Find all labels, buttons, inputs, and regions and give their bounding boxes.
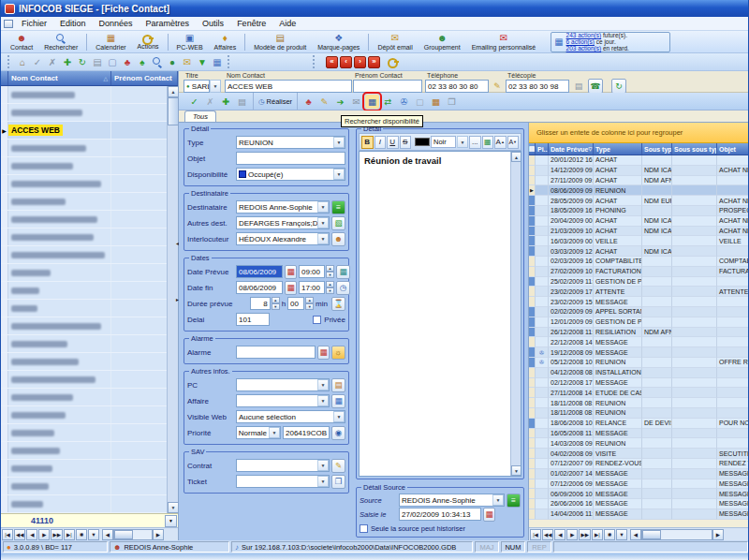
next-fast-button[interactable]: ▶▶ [579,529,590,540]
refresh-button[interactable]: ✱ [76,529,87,540]
history-row[interactable]: 25/02/2009 11:15GESTION DE PRO. [529,277,749,287]
contact-row[interactable] [1,300,168,317]
contact-row[interactable] [1,460,168,478]
menu-donnees[interactable]: Données [93,18,140,29]
contact-card-icon[interactable]: ≡ [331,200,345,214]
priorite-select[interactable]: Normale▼ [236,426,281,439]
mail-icon[interactable]: ✉ [180,54,195,69]
contact-row[interactable] [1,478,168,495]
scroll-right-icon[interactable]: ▶ [153,529,164,540]
telephone-field[interactable]: 02 33 80 30 80 [425,80,489,93]
history-row[interactable]: 04/02/2008 09:00VISITESECUTITE D [529,449,749,459]
time-spinner[interactable]: ▲▼ [326,281,334,294]
contact-row[interactable] [1,495,168,513]
history-row[interactable]: 18/11/2008 08:30REUNION [529,408,749,419]
next-button[interactable]: ▶ [38,529,50,540]
history-row-selected[interactable]: ▶08/06/2009 09:00REUNION [529,185,749,196]
history-row[interactable]: 18/06/2008 10:47RELANCEDE DEVISPOUR NOU [529,419,749,429]
fax-icon[interactable]: ▤ [572,80,585,93]
nom-contact-column-header[interactable]: Nom Contact△ [8,71,111,85]
scroll-down-icon[interactable]: ▼ [168,502,178,513]
objet-field[interactable] [236,152,345,165]
contact-row[interactable] [1,335,168,353]
tab-tous[interactable]: Tous [184,111,216,122]
color-dropdown-icon[interactable]: ▼ [457,136,468,148]
toolbar-groupement-button[interactable]: ☻Groupement [419,32,466,52]
contact-row[interactable] [1,211,168,228]
toolbar-contact-button[interactable]: ☻Contact [5,32,38,52]
scroll-thumb[interactable] [168,97,178,125]
titre-select[interactable]: ● SARL [184,80,210,93]
menu-outils[interactable]: Outils [196,18,230,29]
contact-row[interactable] [1,193,168,211]
first-button[interactable]: |◀ [2,529,13,540]
toolbar-rechercher-button[interactable]: Rechercher [38,32,83,52]
toolbar-calendrier-button[interactable]: ▦Calendrier [90,32,131,52]
italic-button[interactable]: I [374,136,387,149]
date-fin-field[interactable]: 08/06/2009 [236,281,283,294]
privee-checkbox[interactable] [313,316,321,324]
nom-contact-field[interactable]: ACCES WEB [225,80,352,93]
type-column-header[interactable]: Type [594,143,642,155]
ticket-flag-icon[interactable]: ❒ [331,475,345,489]
contact-row[interactable] [1,317,168,335]
toolbar-actions-button[interactable]: Actions [132,32,165,52]
print-icon[interactable]: ▤ [90,54,105,69]
history-row[interactable]: 07/12/2006 09:48MESSAGEMESSAGE [529,479,749,490]
history-row[interactable]: 23/02/2009 17:15ATTENTEATTENTE [529,287,749,297]
menu-aide[interactable]: Aide [272,18,302,29]
history-row[interactable]: 02/02/2009 09:52APPEL SORTANT [529,307,749,317]
history-row[interactable]: 16/05/2008 11:59MESSAGE [529,429,749,439]
disponibilite-select[interactable]: Occupé(e)▼ [236,168,345,181]
font-smaller-button[interactable]: A▼ [507,136,520,149]
next-button[interactable]: ▶ [566,529,578,540]
call-phone-button[interactable]: ☎ [588,79,603,94]
pen-icon[interactable]: ✎ [331,459,345,473]
history-row[interactable]: 03/03/2009 12:06ACHATNDM ICANN [529,246,749,257]
code-field[interactable]: 206419COB [283,426,330,439]
history-row[interactable]: 16/03/2009 00:00VEILLEVEILLE [529,236,749,246]
menu-fichier[interactable]: Fichier [15,18,53,29]
scroll-left-icon[interactable]: ◀ [102,529,113,540]
print-icon[interactable]: ▤ [235,95,249,109]
affaire-chart-icon[interactable]: ▦ [331,394,345,408]
future-actions-link[interactable]: 243 action(s) [566,32,602,38]
copy-icon[interactable]: ❒ [445,95,459,109]
history-row[interactable]: 01/02/2007 14:00MESSAGEMESSAGE [529,469,749,479]
visible-web-select[interactable]: Aucune sélection▼ [236,410,345,423]
web-icon[interactable]: ● [165,54,180,69]
key-icon[interactable] [388,58,399,66]
history-row[interactable]: 18/05/2009 16:29PHONINGPROSPECT [529,206,749,216]
add-icon[interactable]: ✚ [60,54,75,69]
group-by-banner[interactable]: Glisser un entete de colonne ici pour re… [529,123,749,143]
add-destinataire-icon[interactable]: ▧ [331,216,345,230]
prenom-contact-field[interactable] [353,80,422,93]
table-icon[interactable]: ▦ [429,95,443,109]
switch-contact-icon[interactable]: ⇄ [381,95,395,109]
source-card-icon[interactable]: ≡ [507,494,521,508]
history-row[interactable]: 26/12/2008 11:04RESILIATIONNDM AFNIC [529,328,749,338]
prev-fast-button[interactable]: ◀◀ [14,529,25,540]
scroll-left-icon[interactable]: ◀ [630,529,641,540]
refresh-icon[interactable]: ↻ [75,54,90,69]
dropdown-icon[interactable]: ▼ [317,379,329,391]
calendar-icon[interactable]: ▦ [317,346,330,360]
search-icon[interactable] [150,54,165,69]
calendar-icon[interactable]: ▦ [483,508,495,522]
duree-minutes-field[interactable]: 00 [287,297,304,310]
strikethrough-button[interactable]: S [400,136,412,149]
scroll-track[interactable] [641,529,712,540]
affaire-select[interactable]: ▼ [236,394,330,407]
contact-row[interactable] [1,104,168,122]
alarm-bell-icon[interactable]: ☼ [331,346,345,360]
scroll-thumb[interactable] [114,530,133,539]
dropdown-icon[interactable]: ▼ [492,494,504,506]
history-row[interactable]: 20/04/2009 00:00ACHATNDM ICANNACHAT ND [529,216,749,227]
autres-dest-select[interactable]: DEFARGES François;DEMARGNE▼ [236,216,330,229]
toolbar-depot-email-button[interactable]: ✉Dépôt email [372,32,418,52]
heure-fin-field[interactable]: 17:00 [299,281,325,294]
today-actions-link[interactable]: 6 action(s) [566,38,595,45]
telecopie-field[interactable]: 02 33 80 30 98 [506,80,569,93]
duree-spinner[interactable]: ▲▼ [272,297,280,310]
horizontal-scrollbar[interactable]: ◀▶ [630,529,724,540]
